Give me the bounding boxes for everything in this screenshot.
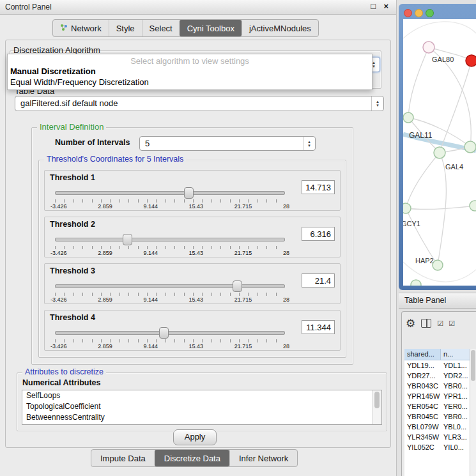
tab-jactivemnodules[interactable]: jActiveMNodules [242,20,318,36]
tab-label: Cyni Toolbox [187,20,234,36]
scrollbar-thumb[interactable] [374,392,380,408]
column-header-1[interactable]: n... [441,349,470,360]
slider-thumb[interactable] [233,280,242,292]
table-row[interactable]: YBR043CYBR0... [404,381,470,391]
table-cell: YIL052C [404,442,441,452]
checkbox-icon[interactable]: ☑ [437,320,443,327]
table-row[interactable]: YIL052CYIL0... [404,442,470,452]
network-node[interactable] [434,147,445,158]
table-panel-title: Table Panel [404,293,446,307]
float-window-icon[interactable]: □ [371,1,376,11]
threshold-value-field[interactable] [302,227,335,241]
table-row[interactable]: YLR345WYLR3... [404,432,470,442]
table-rows: YDL19...YDL1...YDR27...YDR2...YBR043CYBR… [404,360,470,452]
threshold-slider[interactable]: -3.4262.8599.14415.4321.71528 [55,187,285,209]
node-label: GAL11 [409,131,433,140]
checkbox-icon[interactable]: ☑ [449,320,454,327]
network-node[interactable] [403,112,413,123]
table-cell: YDR27... [404,371,441,381]
panel-title: Control Panel [5,3,52,12]
network-view-window[interactable]: GAL80 GAL11 GAL4 GCY1 HAP2 [399,4,476,290]
column-header-0[interactable]: shared... [404,349,441,360]
table-row[interactable]: YER054CYER0... [404,401,470,411]
table-row[interactable]: YDR27...YDR2... [404,371,470,381]
table-scrollbar[interactable] [470,349,476,476]
slider-track[interactable] [55,284,285,288]
slider-thumb[interactable] [123,234,132,245]
table-data-combobox[interactable]: galFiltered.sif default node ▴ ▾ [15,96,384,111]
table-row[interactable]: YDL19...YDL1... [404,360,470,371]
threshold-value-field[interactable] [302,273,335,288]
network-canvas[interactable]: GAL80 GAL11 GAL4 GCY1 HAP2 [403,19,476,286]
table-row[interactable]: YBR045CYBR0... [404,411,470,422]
algorithm-option-manual-discretization[interactable]: Manual Discretization [8,66,372,77]
gear-icon[interactable]: ⚙ [406,318,415,329]
network-nodes [403,42,476,286]
node-label: GAL4 [445,163,463,171]
table-row[interactable]: YPR145WYPR1... [404,391,470,401]
scale-label: -3.426 [50,203,67,210]
tab-style[interactable]: Style [109,20,142,36]
node-label: HAP2 [415,257,434,265]
number-of-intervals-combobox[interactable]: 5 ▴ ▾ [139,136,316,151]
tab-discretize-data[interactable]: Discretize Data [155,450,229,466]
close-icon[interactable]: × [383,1,388,11]
table-cell: YER054C [404,401,441,411]
network-node[interactable] [423,42,434,53]
threshold-value-field[interactable] [302,180,335,194]
scrollbar-thumb[interactable] [471,350,475,381]
network-tab-icon [60,20,68,36]
mac-close-button[interactable] [404,9,412,17]
scale-label: 2.859 [98,250,112,256]
scale-label: 15.43 [189,203,204,210]
stepper-down-icon: ▾ [308,144,311,148]
slider-track[interactable] [55,191,285,195]
tab-select[interactable]: Select [142,20,180,36]
scale-label: 28 [283,343,289,349]
network-node-selected[interactable] [466,55,476,66]
network-node[interactable] [411,280,421,286]
stepper-icon[interactable]: ▴ ▾ [303,137,315,150]
scale-label: -3.426 [50,250,67,256]
node-table[interactable]: shared...n... YDL19...YDL1...YDR27...YDR… [404,349,470,476]
slider-thumb[interactable] [159,327,169,339]
table-cell: YBR043C [404,381,441,391]
list-item-topologicalcoefficient[interactable]: TopologicalCoefficient [22,401,381,412]
stepper-icon[interactable]: ▴ ▾ [371,96,383,111]
list-scrollbar[interactable] [372,390,381,424]
table-cell: YLR3... [441,432,470,442]
apply-button[interactable]: Apply [173,429,217,445]
network-node[interactable] [433,260,443,270]
stepper-down-icon: ▾ [372,65,375,68]
slider-track[interactable] [55,331,285,335]
columns-icon[interactable] [421,319,431,328]
tab-infer-network[interactable]: Infer Network [229,450,297,466]
threshold-slider[interactable]: -3.4262.8599.14415.4321.71528 [55,234,285,256]
network-node[interactable] [470,201,476,211]
threshold-slider[interactable]: -3.4262.8599.14415.4321.71528 [55,280,285,302]
list-item-selfloops[interactable]: SelfLoops [22,390,381,401]
network-node[interactable] [464,141,476,153]
slider-thumb[interactable] [184,187,194,199]
network-canvas-area[interactable]: GAL80 GAL11 GAL4 GCY1 HAP2 [403,19,476,286]
tab-network[interactable]: Network [53,20,109,36]
threshold-slider[interactable]: -3.4262.8599.14415.4321.71528 [55,327,285,349]
numerical-attributes-list[interactable]: SelfLoopsTopologicalCoefficientBetweenne… [22,390,382,425]
table-row[interactable]: YBL079WYBL0... [404,422,470,432]
tab-impute-data[interactable]: Impute Data [91,450,155,466]
table-cell: YDL19... [404,360,441,371]
list-item-betweennesscentrality[interactable]: BetweennessCentrality [22,412,381,423]
scale-label: 2.859 [98,296,112,303]
attribute-items: SelfLoopsTopologicalCoefficientBetweenne… [22,390,381,423]
network-node[interactable] [403,203,411,213]
tab-cyni-toolbox[interactable]: Cyni Toolbox [180,20,242,36]
slider-track[interactable] [55,238,285,242]
scale-label: 9.144 [143,203,158,210]
mac-zoom-button[interactable] [426,9,434,17]
algorithm-option-equal-width-frequency-discretization[interactable]: Equal Width/Frequency Discretization [8,77,372,88]
threshold-value-field[interactable] [302,320,335,334]
table-cell: YBL0... [441,422,470,432]
mac-minimize-button[interactable] [415,9,423,17]
threshold-row-4: Threshold 4-3.4262.8599.14415.4321.71528 [44,310,341,351]
scale-label: 15.43 [189,296,204,303]
